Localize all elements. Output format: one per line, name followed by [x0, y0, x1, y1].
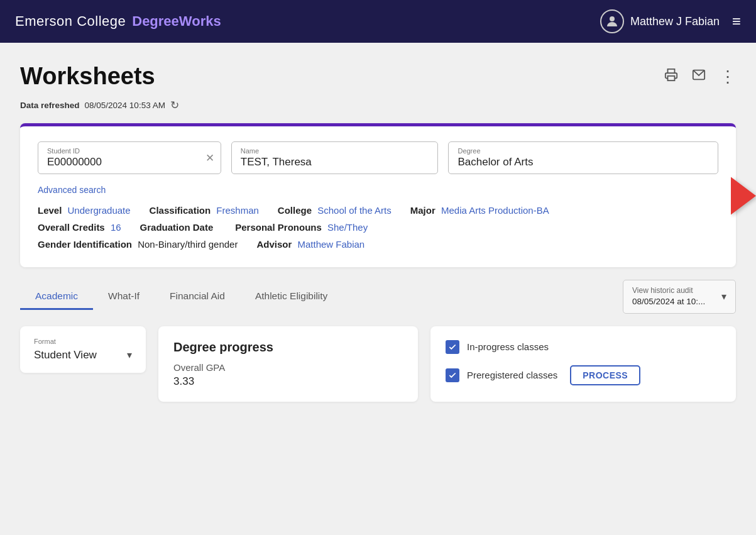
- degree-label: Degree: [457, 147, 709, 155]
- advisor-item: Advisor Matthew Fabian: [256, 239, 364, 250]
- student-id-value[interactable]: E00000000: [47, 156, 198, 168]
- view-historic-value: 08/05/2024 at 10:...: [632, 296, 716, 308]
- email-icon[interactable]: [692, 68, 706, 85]
- process-button[interactable]: PROCESS: [570, 365, 640, 385]
- overall-credits-item: Overall Credits 16: [38, 222, 121, 233]
- page-actions: ⋮: [664, 68, 736, 85]
- svg-rect-1: [668, 76, 675, 80]
- view-historic-text: View historic audit 08/05/2024 at 10:...: [632, 285, 716, 308]
- svg-point-0: [610, 16, 615, 21]
- clear-icon[interactable]: ✕: [205, 152, 214, 165]
- more-options-icon[interactable]: ⋮: [720, 69, 736, 85]
- info-row-3: Gender Identification Non-Binary/third g…: [38, 239, 718, 250]
- format-label: Format: [34, 338, 132, 345]
- bottom-section: Format Student View ▾ Degree progress Ov…: [20, 314, 736, 402]
- name-value[interactable]: TEST, Theresa: [241, 156, 429, 168]
- overall-credits-label: Overall Credits: [38, 222, 105, 233]
- main-content: Worksheets ⋮ Data refreshed 08/05/2024 1…: [0, 43, 756, 535]
- data-refreshed-label: Data refreshed: [20, 101, 80, 110]
- major-item: Major Media Arts Production-BA: [410, 205, 549, 216]
- personal-pronouns-label: Personal Pronouns: [235, 222, 322, 233]
- tabs-left: Academic What-If Financial Aid Athletic …: [20, 283, 342, 310]
- view-historic-label: View historic audit: [632, 285, 716, 296]
- overall-credits-value: 16: [111, 222, 121, 233]
- checkbox-row-2: Preregistered classes PROCESS: [446, 365, 721, 385]
- checkbox-preregistered-label: Preregistered classes: [467, 370, 557, 380]
- classification-value: Freshman: [216, 205, 259, 216]
- college-value: School of the Arts: [317, 205, 392, 216]
- college-label: College: [278, 205, 312, 216]
- gpa-label: Overall GPA: [173, 362, 403, 373]
- format-chevron-icon: ▾: [127, 349, 132, 361]
- advanced-search-link[interactable]: Advanced search: [38, 185, 106, 195]
- page-title: Worksheets: [20, 63, 155, 90]
- tab-athletic-eligibility[interactable]: Athletic Eligibility: [240, 283, 342, 310]
- checkbox-row-1: In-progress classes: [446, 340, 721, 354]
- name-field: Name TEST, Theresa: [231, 141, 439, 174]
- degree-value[interactable]: Bachelor of Arts: [457, 156, 709, 168]
- student-id-label: Student ID: [47, 147, 198, 155]
- degree-progress-card: Degree progress Overall GPA 3.33: [158, 326, 418, 402]
- page-title-row: Worksheets ⋮: [20, 63, 736, 90]
- major-label: Major: [410, 205, 436, 216]
- tab-financial-aid[interactable]: Financial Aid: [155, 283, 240, 310]
- degree-field: Degree Bachelor of Arts: [448, 141, 718, 174]
- view-historic-btn[interactable]: View historic audit 08/05/2024 at 10:...…: [623, 280, 736, 314]
- advisor-label: Advisor: [256, 239, 292, 250]
- gender-id-item: Gender Identification Non-Binary/third g…: [38, 239, 238, 250]
- header-right: Matthew J Fabian ≡: [600, 9, 741, 33]
- user-profile[interactable]: Matthew J Fabian: [600, 9, 720, 33]
- graduation-date-item: Graduation Date: [140, 222, 217, 233]
- level-value: Undergraduate: [68, 205, 131, 216]
- refresh-icon[interactable]: ↻: [170, 99, 179, 112]
- chevron-down-icon: ▾: [721, 290, 726, 302]
- user-name: Matthew J Fabian: [630, 15, 720, 28]
- personal-pronouns-value: She/They: [327, 222, 368, 233]
- info-row-2: Overall Credits 16 Graduation Date Perso…: [38, 222, 718, 233]
- red-arrow: [731, 174, 756, 220]
- tab-what-if[interactable]: What-If: [93, 283, 155, 310]
- graduation-date-label: Graduation Date: [140, 222, 214, 233]
- app-header: Emerson College DegreeWorks Matthew J Fa…: [0, 0, 756, 43]
- name-label: Name: [241, 147, 429, 155]
- user-avatar-icon: [600, 9, 624, 33]
- advisor-value: Matthew Fabian: [297, 239, 364, 250]
- format-select[interactable]: Student View ▾: [34, 349, 132, 361]
- header-logo: Emerson College DegreeWorks: [15, 13, 221, 30]
- major-value: Media Arts Production-BA: [441, 205, 549, 216]
- format-card: Format Student View ▾: [20, 326, 146, 373]
- checkboxes-card: In-progress classes Preregistered classe…: [430, 326, 736, 402]
- svg-marker-3: [731, 177, 756, 215]
- logo-sub: DegreeWorks: [132, 13, 221, 30]
- tabs-row: Academic What-If Financial Aid Athletic …: [20, 280, 736, 314]
- format-value: Student View: [34, 349, 97, 361]
- print-icon[interactable]: [664, 68, 678, 85]
- hamburger-icon[interactable]: ≡: [732, 13, 741, 30]
- info-row-1: Level Undergraduate Classification Fresh…: [38, 205, 718, 216]
- tab-academic[interactable]: Academic: [20, 283, 93, 310]
- gpa-value: 3.33: [173, 375, 403, 388]
- logo-text: Emerson College: [15, 13, 126, 30]
- classification-item: Classification Freshman: [150, 205, 259, 216]
- student-card: Student ID E00000000 ✕ Name TEST, Theres…: [20, 123, 736, 267]
- gender-id-value: Non-Binary/third gender: [138, 239, 238, 250]
- student-id-field: Student ID E00000000 ✕: [38, 141, 221, 174]
- degree-progress-title: Degree progress: [173, 340, 403, 355]
- student-fields-row: Student ID E00000000 ✕ Name TEST, Theres…: [38, 141, 718, 174]
- gender-id-label: Gender Identification: [38, 239, 132, 250]
- checkbox-in-progress-label: In-progress classes: [467, 341, 549, 352]
- level-label: Level: [38, 205, 62, 216]
- level-item: Level Undergraduate: [38, 205, 131, 216]
- college-item: College School of the Arts: [278, 205, 392, 216]
- checkbox-in-progress[interactable]: [446, 340, 459, 354]
- data-refreshed-value: 08/05/2024 10:53 AM: [85, 101, 165, 110]
- classification-label: Classification: [150, 205, 211, 216]
- checkbox-preregistered[interactable]: [446, 368, 459, 382]
- data-refreshed-row: Data refreshed 08/05/2024 10:53 AM ↻: [20, 99, 736, 112]
- personal-pronouns-item: Personal Pronouns She/They: [235, 222, 368, 233]
